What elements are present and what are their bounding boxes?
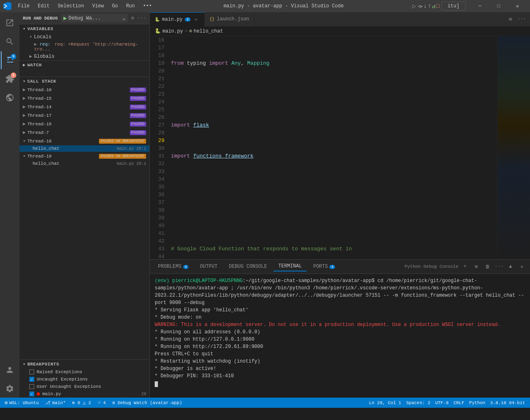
status-errors[interactable]: ⊗ 0 △ 2: [70, 400, 92, 405]
panel-tab-problems[interactable]: PROBLEMS4: [153, 262, 193, 271]
activity-run-debug[interactable]: 5: [1, 51, 19, 69]
split-terminal-btn[interactable]: ⊞: [471, 262, 481, 271]
thread-18-header[interactable]: ▾ Thread-18 PAUSED ON BREAKPOINT: [20, 137, 149, 145]
settings-icon[interactable]: ⚙: [131, 15, 134, 21]
bp-user-uncaught-checkbox[interactable]: [29, 384, 34, 389]
locals-section[interactable]: ▾ Locals: [20, 33, 149, 41]
close-panel-btn[interactable]: ✕: [517, 262, 527, 271]
breadcrumb: 🐍 main.py > ⊙ hello_chat: [150, 26, 530, 36]
breadcrumb-file[interactable]: main.py: [162, 28, 183, 34]
terminal-cursor-line: [155, 380, 525, 387]
run-debug-badge: 5: [11, 54, 16, 59]
bp-uncaught-exceptions[interactable]: ✓ Uncaught Exceptions: [20, 376, 149, 383]
debug-step-over-btn[interactable]: ⤼: [418, 3, 423, 10]
debug-step-into-btn[interactable]: ↓: [423, 3, 427, 9]
status-wsl[interactable]: ⊞ WSL: Ubuntu: [3, 400, 40, 405]
activity-explorer[interactable]: [1, 14, 19, 32]
panel-tab-output[interactable]: OUTPUT: [195, 262, 222, 271]
panel-tab-ports[interactable]: PORTS4: [308, 262, 339, 271]
menu-edit[interactable]: Edit: [35, 2, 53, 10]
activity-accounts[interactable]: [1, 361, 19, 379]
status-language[interactable]: Python: [468, 400, 487, 405]
more-panel-btn[interactable]: ···: [494, 262, 504, 271]
nav-address: itu]: [441, 2, 466, 11]
encoding-label: UTF-8: [435, 400, 449, 405]
tab-mainpy-close[interactable]: ✕: [193, 16, 199, 23]
bp-mainpy-line: 29: [141, 392, 146, 396]
menu-file[interactable]: File: [15, 2, 33, 10]
menu-selection[interactable]: Selection: [55, 2, 88, 10]
status-right: Ln 29, Col 1 Spaces: 2 UTF-8 CRLF Python…: [368, 400, 527, 405]
status-ln-col[interactable]: Ln 29, Col 1: [368, 400, 403, 405]
status-debug-watch[interactable]: ⚙ Debug Watch (avatar-app): [111, 400, 184, 405]
breakpoints-header[interactable]: ▾ BREAKPOINTS: [20, 360, 149, 368]
close-btn[interactable]: ✕: [508, 0, 527, 12]
debug-config-selector[interactable]: ▶ Debug Wa... ⌄: [61, 14, 128, 22]
maximize-btn[interactable]: □: [489, 0, 508, 12]
debug-controls: ▷ ⤼ ↓ ↑ ↺ □: [412, 2, 440, 10]
bp-raised-exceptions[interactable]: Raised Exceptions: [20, 368, 149, 376]
locals-label: Locals: [34, 34, 51, 40]
bp-user-uncaught-exceptions[interactable]: User Uncaught Exceptions: [20, 383, 149, 390]
thread-17-name: Thread-17: [27, 113, 51, 118]
bp-uncaught-checkbox[interactable]: ✓: [29, 377, 34, 382]
activity-settings[interactable]: [1, 380, 19, 398]
variables-header[interactable]: ▾ VARIABLES: [20, 24, 149, 33]
kill-terminal-btn[interactable]: 🗑: [483, 262, 493, 271]
thread-10-header[interactable]: ▶ Thread-10 PAUSED: [20, 85, 149, 94]
more-actions-btn[interactable]: ···: [517, 14, 527, 24]
more-icon[interactable]: ···: [137, 15, 146, 21]
thread-16-header[interactable]: ▶ Thread-16 PAUSED: [20, 120, 149, 128]
thread-14-header[interactable]: ▶ Thread-14 PAUSED: [20, 103, 149, 111]
version-label: 3.8.10 64-bit: [490, 400, 525, 405]
thread-15-header[interactable]: ▶ Thread-15 PAUSED: [20, 94, 149, 103]
menu-go[interactable]: Go: [109, 2, 121, 10]
globals-item[interactable]: ▶ Globals: [20, 52, 149, 60]
locals-req-item[interactable]: ▶ req: req: <Request 'http://charming-tr…: [20, 41, 149, 52]
code-line-16: from typing import Any, Mapping: [168, 59, 497, 67]
activity-extensions[interactable]: 1: [1, 70, 19, 88]
thread-10-badge: PAUSED: [130, 88, 146, 92]
status-eol[interactable]: CRLF: [452, 400, 466, 405]
call-stack-header[interactable]: ▾ CALL STACK: [20, 77, 149, 85]
bp-raised-checkbox[interactable]: [29, 370, 34, 374]
thread-19-frame-1[interactable]: hello_chat main.py 29:1: [20, 160, 149, 167]
terminal-line-1: (env) pierrick@LAPTOP-HKU5PNNG:~/git/goo…: [155, 277, 525, 306]
tab-mainpy[interactable]: 🐍 main.py 2 ✕: [150, 12, 205, 26]
thread-19-header[interactable]: ▾ Thread-19 PAUSED ON BREAKPOINT: [20, 152, 149, 160]
menu-more[interactable]: •••: [140, 2, 155, 10]
debug-restart-btn[interactable]: ↺: [432, 3, 435, 10]
menu-run[interactable]: Run: [123, 2, 138, 10]
minimize-btn[interactable]: ─: [471, 0, 489, 12]
bp-mainpy-checkbox[interactable]: ✓: [29, 392, 34, 396]
menu-view[interactable]: View: [89, 2, 107, 10]
status-spaces[interactable]: Spaces: 2: [405, 400, 432, 405]
debug-stop-btn[interactable]: □: [436, 3, 440, 9]
add-terminal-btn[interactable]: +: [460, 262, 470, 271]
terminal-content[interactable]: (env) pierrick@LAPTOP-HKU5PNNG:~/git/goo…: [150, 274, 530, 398]
debug-step-out-btn[interactable]: ↑: [428, 3, 431, 9]
thread-18-frame-1[interactable]: hello_chat main.py 29:1: [20, 145, 149, 152]
tab-launch-label: launch.json: [217, 16, 249, 22]
maximize-panel-btn[interactable]: ▲: [506, 262, 515, 271]
thread-17-badge: PAUSED: [130, 113, 146, 118]
panel-tab-terminal[interactable]: TERMINAL: [274, 262, 307, 271]
status-version[interactable]: 3.8.10 64-bit: [488, 400, 527, 405]
tab-launch-json[interactable]: {} launch.json: [205, 12, 254, 26]
watch-header[interactable]: ▶ WATCH: [20, 61, 149, 69]
activity-remote-explorer[interactable]: [1, 89, 19, 107]
status-ports[interactable]: ⑂ 4: [96, 400, 107, 405]
thread-17-header[interactable]: ▶ Thread-17 PAUSED: [20, 111, 149, 120]
window-title: main.py - avatar-app - Visual Studio Cod…: [157, 3, 411, 9]
watch-section: ▶ WATCH: [20, 60, 149, 77]
split-editor-btn[interactable]: ⊞: [506, 14, 515, 24]
panel-tab-debug-console[interactable]: DEBUG CONSOLE: [224, 262, 272, 271]
breadcrumb-function[interactable]: hello_chat: [194, 28, 223, 34]
debug-continue-btn[interactable]: ▷: [412, 2, 416, 10]
thread-16-name: Thread-16: [27, 122, 51, 127]
status-encoding[interactable]: UTF-8: [434, 400, 450, 405]
thread-7-header[interactable]: ▶ Thread-7 PAUSED: [20, 128, 149, 137]
status-branch[interactable]: ⎇ main*: [44, 400, 67, 405]
activity-search[interactable]: [1, 33, 19, 50]
bp-mainpy[interactable]: ✓ main.py 29: [20, 390, 149, 398]
